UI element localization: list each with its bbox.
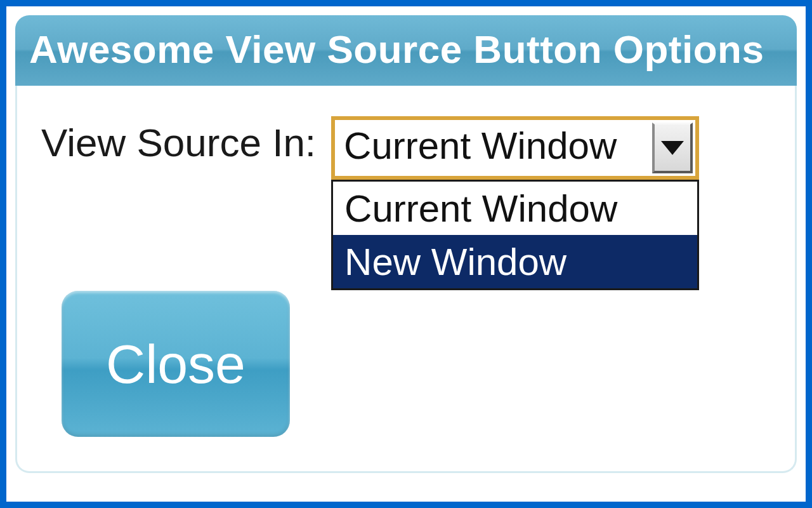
dropdown-option-current-window[interactable]: Current Window (333, 182, 697, 235)
options-dialog: Awesome View Source Button Options View … (0, 0, 812, 508)
view-source-dropdown: Current Window New Window (331, 180, 699, 290)
view-source-row: View Source In: Current Window Current W… (41, 116, 767, 180)
dialog-title: Awesome View Source Button Options (15, 15, 797, 86)
dropdown-arrow-button[interactable] (652, 123, 693, 173)
view-source-select-wrap: Current Window Current Window New Window (331, 116, 699, 180)
view-source-select[interactable]: Current Window (331, 116, 699, 180)
dropdown-option-new-window[interactable]: New Window (333, 235, 697, 288)
dialog-content: View Source In: Current Window Current W… (15, 86, 797, 473)
close-button[interactable]: Close (62, 291, 290, 437)
chevron-down-icon (661, 141, 684, 155)
view-source-label: View Source In: (41, 116, 316, 165)
view-source-select-value: Current Window (335, 120, 650, 176)
